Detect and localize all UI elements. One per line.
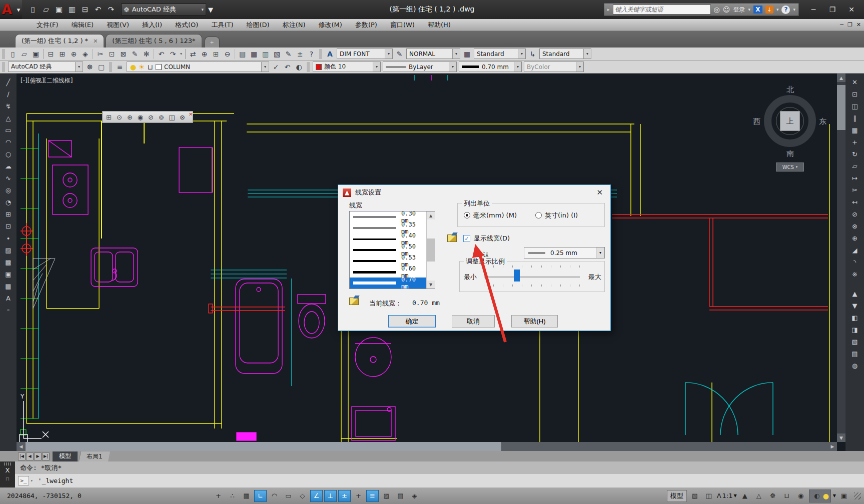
- workspace-switcher[interactable]: ☸ AutoCAD 经典 ▾: [121, 4, 206, 16]
- polygon-icon[interactable]: △: [3, 112, 15, 124]
- menu-item-5[interactable]: 格式(O): [169, 19, 205, 31]
- minimize-button[interactable]: ─: [808, 6, 819, 14]
- polar-tracking-toggle[interactable]: ◠: [268, 490, 281, 502]
- layer-thaw-sun-icon[interactable]: ☀: [138, 62, 145, 72]
- dynamic-input-toggle[interactable]: ±: [338, 490, 351, 502]
- draworder-below-icon[interactable]: ◨: [849, 324, 861, 336]
- slider-handle[interactable]: [514, 270, 520, 282]
- scrollbar-thumb[interactable]: [26, 442, 501, 451]
- communication-center-icon[interactable]: ↓: [765, 6, 773, 14]
- display-lineweight-checkbox[interactable]: ✓: [463, 235, 470, 242]
- chevron-down-icon[interactable]: ▼: [833, 494, 836, 498]
- save-as-icon[interactable]: ▥: [66, 4, 78, 16]
- autodesk360-icon[interactable]: X: [753, 6, 762, 14]
- menu-item-3[interactable]: 视图(V): [100, 19, 136, 31]
- resize-grip[interactable]: [854, 492, 861, 500]
- chevron-down-icon[interactable]: ▾: [31, 478, 33, 483]
- grid-dots-toggle[interactable]: ∴: [226, 490, 239, 502]
- grid-display-toggle[interactable]: ▦: [240, 490, 253, 502]
- layout-quick-view-icon[interactable]: ▧: [689, 490, 701, 502]
- zoom-realtime-icon[interactable]: ⊕: [199, 48, 210, 60]
- text-style-icon[interactable]: A: [324, 48, 336, 60]
- osnap-center-icon[interactable]: ◉: [135, 112, 146, 122]
- wcs-selector[interactable]: WCS▾: [776, 162, 804, 172]
- object-snap-tracking-toggle[interactable]: ∠: [310, 490, 323, 502]
- object-snap-3d-toggle[interactable]: ◇: [296, 490, 309, 502]
- toolbar-grip[interactable]: [2, 62, 5, 72]
- next-tab-icon[interactable]: ▶: [34, 452, 42, 460]
- properties-palette-icon[interactable]: ▤: [237, 48, 248, 60]
- help-icon[interactable]: ?: [781, 6, 790, 14]
- layer-unlock-icon[interactable]: ⊔: [147, 62, 154, 72]
- lineweight-combo[interactable]: 0.70 mm▾: [459, 62, 522, 72]
- annotation-visibility-icon[interactable]: ▲: [739, 490, 751, 502]
- scroll-left-icon[interactable]: ◀: [17, 442, 26, 451]
- scroll-right-icon[interactable]: ▶: [828, 442, 837, 451]
- batch-standards-icon[interactable]: ✻: [141, 48, 152, 60]
- arc-icon[interactable]: ◠: [3, 136, 15, 148]
- workspace-settings-icon[interactable]: ▢: [96, 62, 107, 72]
- anchor-icon[interactable]: ⊓: [6, 476, 10, 482]
- lineweight-list[interactable]: 0.30 mm0.35 mm0.40 mm0.50 mm0.53 mm0.60 …: [349, 211, 435, 289]
- unlock-icon[interactable]: ⊔: [781, 490, 793, 502]
- scroll-up-icon[interactable]: ▲: [837, 74, 845, 82]
- menu-item-10[interactable]: 参数(P): [349, 19, 384, 31]
- vertical-scrollbar[interactable]: ▲ ▼: [837, 74, 845, 442]
- erase-icon[interactable]: ✕: [849, 76, 861, 88]
- join-icon[interactable]: ⊕: [849, 232, 861, 244]
- explode-icon[interactable]: ※: [849, 268, 861, 280]
- new-file-icon[interactable]: ▯: [7, 48, 19, 60]
- drag-handle[interactable]: [4, 462, 11, 466]
- plot-style-combo[interactable]: ByColor▾: [524, 62, 584, 72]
- revcloud-icon[interactable]: ☁: [3, 160, 15, 172]
- dialog-title-bar[interactable]: ▲ 线宽设置 ✕: [338, 185, 610, 200]
- construction-line-icon[interactable]: ∕: [3, 88, 15, 100]
- menu-item-7[interactable]: 绘图(D): [240, 19, 276, 31]
- horizontal-scrollbar[interactable]: ◀ ▶: [17, 442, 837, 451]
- menu-item-8[interactable]: 标注(N): [276, 19, 312, 31]
- point-style-icon[interactable]: ◦: [3, 304, 15, 316]
- first-tab-icon[interactable]: |◀: [18, 452, 26, 460]
- object-snap-toggle[interactable]: ▭: [282, 490, 295, 502]
- default-lineweight-combo[interactable]: 0.25 mm ▾: [524, 247, 605, 258]
- close-icon[interactable]: ✕: [593, 188, 606, 197]
- menu-item-9[interactable]: 修改(M): [312, 19, 349, 31]
- crosshair-toggle[interactable]: +: [352, 490, 365, 502]
- tool-palettes-icon[interactable]: ▥: [260, 48, 271, 60]
- dynamic-ucs-toggle[interactable]: ⊥: [324, 490, 337, 502]
- menu-item-11[interactable]: 窗口(W): [384, 19, 421, 31]
- table-style-combo[interactable]: Standard▾: [474, 48, 526, 59]
- make-layer-current-icon[interactable]: ✓: [270, 62, 282, 72]
- close-button[interactable]: ✕: [856, 22, 861, 28]
- group-icon[interactable]: ▧: [849, 336, 861, 348]
- multileader-style-icon[interactable]: ↳: [527, 48, 538, 60]
- drawings-quick-view-icon[interactable]: ◫: [703, 490, 715, 502]
- draworder-back-icon[interactable]: ▼: [849, 300, 861, 312]
- command-history-line[interactable]: 命令: *取消*: [15, 462, 864, 474]
- display-scale-slider[interactable]: [484, 276, 580, 278]
- workspace-gear-icon[interactable]: ☸: [767, 490, 779, 502]
- table-style-icon[interactable]: ▦: [461, 48, 473, 60]
- layer-previous-icon[interactable]: ↶: [282, 62, 293, 72]
- make-block-icon[interactable]: ⊡: [3, 220, 15, 232]
- draworder-above-icon[interactable]: ◧: [849, 312, 861, 324]
- new-file-icon[interactable]: ▯: [27, 4, 39, 16]
- toolbar-grip[interactable]: [109, 62, 112, 72]
- cancel-button[interactable]: 取消: [452, 315, 495, 328]
- quick-properties-toggle[interactable]: ▤: [394, 490, 407, 502]
- close-icon[interactable]: ✕: [189, 112, 193, 117]
- sheet-set-icon[interactable]: ▧: [271, 48, 283, 60]
- lineweight-option[interactable]: 0.70 mm: [350, 278, 426, 288]
- compass-south[interactable]: 南: [786, 149, 794, 158]
- zoom-previous-icon[interactable]: ⊖: [222, 48, 233, 60]
- workspace-combo[interactable]: AutoCAD 经典▾: [8, 62, 83, 72]
- layer-properties-icon[interactable]: ≡: [114, 62, 126, 72]
- toolbar-grip[interactable]: [307, 62, 310, 72]
- match-properties-icon[interactable]: ✎: [129, 48, 141, 60]
- isolate-objects-icon[interactable]: ◐: [811, 490, 823, 502]
- table-icon[interactable]: ▦: [3, 280, 15, 292]
- file-tab-2[interactable]: (第三组) 住宅 ( 5 , 6 ) 123*: [106, 34, 202, 48]
- toolbar-grip[interactable]: [319, 50, 322, 58]
- restore-button[interactable]: ❐: [847, 22, 852, 28]
- qat-overflow-icon[interactable]: ▼: [208, 6, 213, 14]
